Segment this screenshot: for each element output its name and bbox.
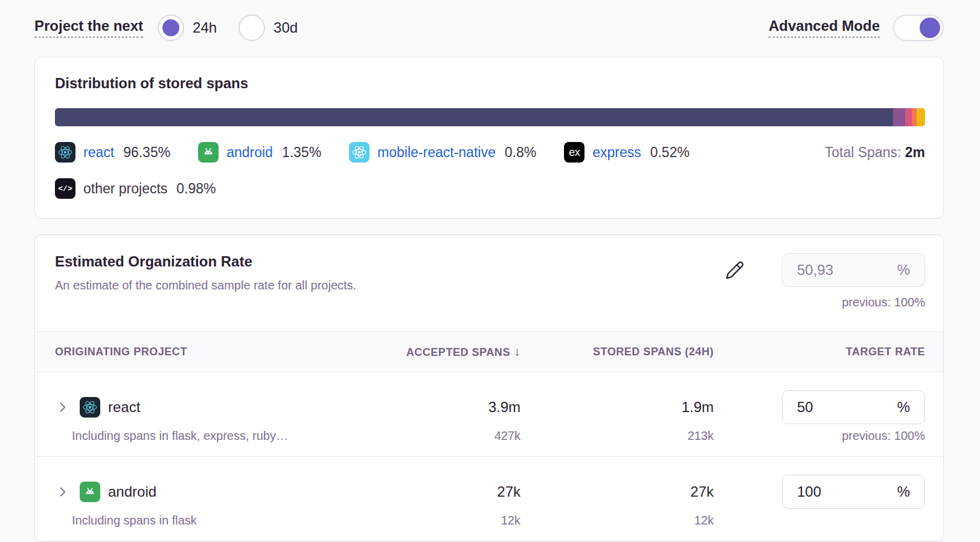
target-rate-value: 50: [797, 399, 813, 416]
radio-circle-24h[interactable]: [158, 15, 184, 41]
legend-value-other-projects: 0.98%: [176, 181, 216, 197]
sub-accepted-value: 12k: [327, 514, 520, 527]
bar-segment-android: [893, 108, 905, 126]
legend-item-mobile-react-native: mobile-react-native 0.8%: [349, 142, 536, 163]
table-row-react: react 3.9m 1.9m 50 % Including spans in …: [35, 372, 943, 457]
table-row-android: android 27k 27k 100 % Including spans in…: [35, 457, 943, 541]
target-rate-input[interactable]: 100 %: [782, 475, 925, 509]
project-name: android: [108, 483, 156, 500]
distribution-card: Distribution of stored spans react 96.35…: [34, 57, 944, 219]
organization-rate-description: An estimate of the combined sample rate …: [55, 279, 356, 292]
organization-rate-title: Estimated Organization Rate: [55, 253, 356, 270]
react-icon: [55, 142, 75, 163]
sort-desc-icon: ↓: [514, 344, 520, 358]
legend-value-mobile-react-native: 0.8%: [505, 144, 536, 161]
header-stored-spans: STORED SPANS (24H): [520, 346, 714, 358]
legend-value-android: 1.35%: [282, 144, 321, 161]
row-description: Including spans in flask: [55, 514, 327, 527]
row-previous-rate: previous: 100%: [714, 429, 925, 443]
total-spans-label: Total Spans:: [825, 144, 902, 160]
radio-label-24h[interactable]: 24h: [193, 19, 217, 36]
legend-row-1: react 96.35% android 1.35% mobile-react-…: [55, 142, 925, 163]
target-rate-input[interactable]: 50 %: [782, 390, 925, 424]
project-name: react: [108, 399, 140, 416]
org-rate-value: 50,93: [797, 262, 833, 279]
legend-item-react: react 96.35%: [55, 142, 170, 163]
target-rate-value: 100: [797, 483, 821, 500]
legend-value-express: 0.52%: [650, 144, 690, 161]
android-icon: [80, 482, 100, 502]
bar-segment-other-projects: [917, 108, 925, 126]
react-native-icon: [349, 142, 370, 163]
table-header: ORIGINATING PROJECT ACCEPTED SPANS↓ STOR…: [35, 331, 943, 372]
legend-value-react: 96.35%: [123, 144, 170, 161]
legend-link-react[interactable]: react: [83, 144, 114, 161]
edit-rate-button[interactable]: [725, 260, 745, 282]
total-spans: Total Spans: 2m: [825, 144, 925, 161]
org-rate-previous: previous: 100%: [842, 295, 925, 309]
stored-spans-distribution-bar: [55, 108, 925, 126]
react-icon: [80, 397, 100, 418]
legend-link-mobile-react-native[interactable]: mobile-react-native: [377, 144, 496, 161]
legend-link-android[interactable]: android: [226, 144, 273, 161]
target-rate-unit: %: [897, 483, 910, 500]
header-originating-project: ORIGINATING PROJECT: [55, 346, 327, 358]
express-icon: ex: [564, 142, 584, 163]
distribution-title: Distribution of stored spans: [55, 75, 925, 92]
toggle-knob: [920, 18, 940, 38]
organization-rate-header: Estimated Organization Rate An estimate …: [35, 235, 943, 309]
chevron-right-icon: [55, 484, 71, 500]
org-rate-unit: %: [897, 262, 910, 279]
legend-link-express[interactable]: express: [592, 144, 641, 161]
radio-option-30d[interactable]: 30d: [239, 15, 298, 41]
top-controls-bar: Project the next 24h 30d Advanced Mode: [0, 0, 980, 41]
expand-row-button[interactable]: [55, 484, 71, 500]
radio-option-24h[interactable]: 24h: [158, 15, 217, 41]
header-accepted-spans[interactable]: ACCEPTED SPANS↓: [327, 344, 520, 359]
row-description: Including spans in flask, express, ruby…: [55, 429, 327, 443]
legend-item-express: ex express 0.52%: [564, 142, 690, 163]
pencil-icon: [725, 260, 745, 280]
accepted-spans-value: 3.9m: [327, 399, 520, 416]
radio-circle-30d[interactable]: [239, 15, 265, 41]
stored-spans-value: 1.9m: [520, 399, 714, 416]
code-icon: </>: [55, 178, 75, 199]
header-target-rate: TARGET RATE: [714, 346, 925, 358]
legend-item-android: android 1.35%: [198, 142, 321, 163]
org-rate-input[interactable]: 50,93 %: [782, 253, 925, 287]
stored-spans-value: 27k: [520, 483, 714, 500]
sub-stored-value: 213k: [520, 429, 714, 443]
sampling-settings-page: Project the next 24h 30d Advanced Mode D…: [0, 0, 980, 542]
sub-accepted-value: 427k: [327, 429, 520, 443]
legend-item-other-projects: </> other projects 0.98%: [55, 178, 216, 199]
bar-segment-mobile-react-native: [905, 108, 912, 126]
organization-rate-card: Estimated Organization Rate An estimate …: [34, 234, 944, 542]
sub-stored-value: 12k: [520, 514, 714, 527]
accepted-spans-value: 27k: [327, 483, 520, 500]
time-range-radio-group: 24h 30d: [158, 15, 298, 41]
android-icon: [198, 142, 219, 163]
chevron-right-icon: [55, 399, 71, 415]
advanced-mode-label: Advanced Mode: [769, 18, 880, 38]
bar-segment-react: [55, 108, 893, 126]
advanced-mode-toggle[interactable]: [893, 15, 944, 41]
legend-row-2: </> other projects 0.98%: [55, 178, 925, 199]
legend-label-other-projects: other projects: [83, 181, 167, 197]
project-next-label: Project the next: [34, 18, 143, 38]
expand-row-button[interactable]: [55, 399, 71, 415]
bar-segment-express: [912, 108, 916, 126]
radio-label-30d[interactable]: 30d: [274, 19, 298, 36]
total-spans-value: 2m: [905, 144, 925, 160]
target-rate-unit: %: [897, 399, 910, 416]
